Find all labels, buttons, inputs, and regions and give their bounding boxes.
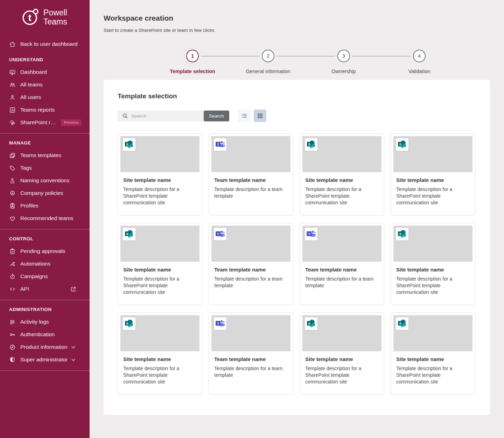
template-title: Team template name	[305, 267, 379, 273]
svg-text:S: S	[399, 322, 401, 325]
step-number: 4	[413, 50, 426, 62]
brand[interactable]: t Powell Teams	[0, 0, 90, 27]
sidebar-item-authentication[interactable]: Authentication	[0, 328, 90, 341]
template-card[interactable]: S Site template name Template descriptio…	[391, 223, 475, 305]
sidebar-item-teams-reports[interactable]: Teams reports	[0, 104, 90, 116]
sidebar-item-teams-templates[interactable]: Teams templates	[0, 149, 90, 162]
sidebar-item-tags[interactable]: Tags	[0, 162, 90, 174]
bar-chart-icon	[9, 107, 16, 113]
sidebar-nav: Back to user dashboard UNDERSTAND Dashbo…	[0, 38, 90, 371]
teams-logo-icon: T	[305, 228, 317, 240]
template-card[interactable]: S Site template name Template descriptio…	[118, 223, 202, 305]
sidebar-item-company-policies[interactable]: Company policies	[0, 187, 90, 199]
key-icon	[9, 331, 16, 338]
home-icon	[9, 41, 16, 48]
sidebar-item-label: Back to user dashboard	[20, 41, 78, 47]
sidebar-item-all-users[interactable]: All users	[0, 91, 90, 104]
template-title: Team template name	[214, 267, 288, 273]
template-thumbnail: T	[211, 315, 290, 351]
heart-icon	[9, 215, 16, 222]
template-card[interactable]: S Site template name Template descriptio…	[391, 312, 475, 395]
template-card[interactable]: S Site template name Template descriptio…	[118, 133, 202, 216]
list-lines-icon	[9, 319, 16, 325]
view-toggles	[238, 110, 266, 122]
sidebar-item-profiles[interactable]: Profiles	[0, 199, 90, 212]
sidebar-section-understand: UNDERSTAND	[0, 53, 90, 66]
user-icon	[9, 94, 16, 101]
template-card[interactable]: S Site template name Template descriptio…	[300, 312, 384, 395]
sidebar-item-label: Pending approvals	[20, 248, 65, 254]
sharepoint-logo-icon: S	[396, 138, 408, 151]
sidebar-item-label: Teams reports	[20, 107, 55, 113]
brand-name-line2: Teams	[43, 17, 67, 26]
sidebar-item-recommended-teams[interactable]: Recommended teams	[0, 212, 90, 225]
teams-logo-icon: T	[214, 138, 226, 151]
sidebar-item-naming-conventions[interactable]: Naming conventions	[0, 174, 90, 187]
dashboard-icon	[9, 69, 16, 76]
svg-text:S: S	[126, 322, 128, 325]
sidebar-item-api[interactable]: API	[0, 283, 90, 295]
template-description: Template description for a team template	[214, 365, 288, 379]
template-thumbnail: S	[393, 315, 472, 351]
sidebar-item-label: Teams templates	[20, 152, 61, 158]
sidebar-item-back-to-user-dashboard[interactable]: Back to user dashboard	[0, 38, 90, 50]
template-card[interactable]: S Site template name Template descriptio…	[118, 312, 202, 395]
sidebar-section-manage: MANAGE	[0, 136, 90, 149]
template-thumbnail: S	[120, 315, 200, 351]
search-input[interactable]	[128, 113, 204, 119]
sidebar-item-product-information[interactable]: Product information	[0, 341, 90, 353]
teams-logo-icon: T	[214, 317, 226, 330]
search-button[interactable]: Search	[204, 111, 229, 121]
sidebar-item-pending-approvals[interactable]: Pending approvals	[0, 245, 90, 257]
page-subtitle: Start to create a SharePoint site or tea…	[104, 28, 490, 33]
sidebar-divider	[0, 300, 90, 300]
template-thumbnail: S	[302, 315, 382, 351]
template-card[interactable]: T Team template name Template descriptio…	[209, 133, 293, 216]
template-card[interactable]: S Site template name Template descriptio…	[391, 133, 475, 216]
stepper: 1 Template selection 2 General informati…	[155, 50, 457, 74]
list-view-button[interactable]	[238, 110, 251, 122]
search-field	[118, 111, 204, 121]
page-title: Workspace creation	[104, 14, 490, 22]
sidebar-item-dashboard[interactable]: Dashboard	[0, 66, 90, 78]
badge-star-icon	[9, 190, 16, 197]
template-card[interactable]: T Team template name Template descriptio…	[300, 223, 384, 305]
stepper-step-general-information: 2 General information	[230, 50, 306, 74]
template-card[interactable]: T Team template name Template descriptio…	[209, 312, 293, 395]
clipboard-person-icon	[9, 203, 16, 209]
sidebar-item-sharepoint-reports[interactable]: SharePoint reports Preview	[0, 116, 90, 129]
template-description: Template description for a SharePoint te…	[123, 365, 197, 385]
sidebar-item-label: API	[20, 286, 29, 292]
template-title: Site template name	[396, 267, 470, 273]
template-selection-panel: Template selection Search	[104, 80, 490, 415]
sidebar-item-campaigns[interactable]: Campaigns	[0, 270, 90, 283]
template-thumbnail: S	[120, 226, 200, 262]
shuffle-arrows-icon	[9, 261, 16, 267]
template-description: Template description for a SharePoint te…	[123, 186, 197, 206]
sharepoint-logo-icon: S	[396, 228, 408, 240]
sidebar-item-all-teams[interactable]: All teams	[0, 78, 90, 91]
svg-text:t: t	[28, 12, 31, 23]
template-thumbnail: T	[211, 226, 290, 262]
sidebar-item-super-administrator[interactable]: Super administrator	[0, 353, 90, 366]
sidebar-item-activity-logs[interactable]: Activity logs	[0, 316, 90, 328]
template-description: Template description for a SharePoint te…	[305, 186, 379, 206]
template-title: Site template name	[123, 177, 197, 183]
grid-view-button[interactable]	[254, 110, 266, 122]
chevron-down-icon[interactable]	[70, 356, 77, 363]
template-description: Template description for a SharePoint te…	[123, 276, 197, 296]
template-card[interactable]: S Site template name Template descriptio…	[300, 133, 384, 216]
template-card[interactable]: T Team template name Template descriptio…	[209, 223, 293, 305]
step-number: 1	[186, 50, 199, 62]
sidebar-divider	[0, 370, 90, 371]
sidebar-item-automations[interactable]: Automations	[0, 257, 90, 270]
app-root: t Powell Teams Back to user dashboard UN…	[0, 0, 504, 438]
sidebar-item-label: Product information	[20, 344, 67, 350]
sharepoint-logo-icon: S	[123, 138, 135, 151]
step-number: 2	[262, 50, 274, 62]
chevron-down-icon[interactable]	[70, 344, 77, 351]
template-cards-grid: S Site template name Template descriptio…	[118, 133, 476, 395]
sharepoint-logo-icon: S	[396, 317, 408, 330]
sidebar-item-label: Campaigns	[20, 273, 48, 280]
sidebar-item-label: Super administrator	[20, 356, 68, 363]
